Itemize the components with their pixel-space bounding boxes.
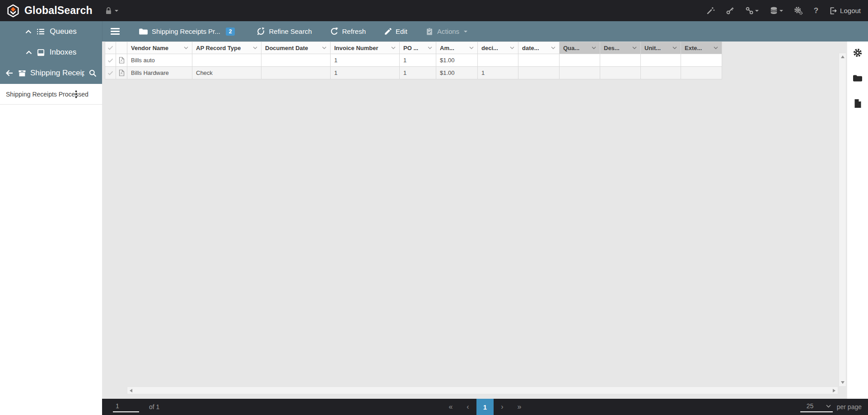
logout-button[interactable]: Logout [829,7,861,15]
folder-panel-button[interactable] [853,74,863,82]
cell-vendor-name: Bills Hardware [127,67,192,79]
column-header-extended[interactable]: Exte... [681,42,722,54]
pencil-icon [384,28,392,36]
search-icon[interactable] [89,69,97,78]
previous-page-button[interactable]: ‹ [459,399,476,415]
pager-controls: « ‹ 1 › » [442,399,528,415]
current-page-button[interactable]: 1 [476,399,494,415]
queues-list-icon [37,28,45,35]
help-button[interactable]: ? [814,6,818,15]
link-caret-icon [755,10,759,12]
chevron-down-icon [714,46,718,49]
quick-wand-button[interactable] [706,6,715,15]
scroll-down-arrow[interactable] [841,381,845,384]
last-page-button[interactable]: » [511,399,528,415]
inboxes-label: Inboxes [50,48,77,57]
column-header-invoice-number[interactable]: Invoice Number [331,42,400,54]
results-grid: Vendor Name AP Record Type Document Date… [105,42,722,79]
table-row[interactable]: Bills Hardware Check 1 1 $1.00 1 [105,67,722,79]
refresh-icon [330,27,339,36]
row-select-cell[interactable] [105,67,116,79]
link-menu-button[interactable] [745,6,759,15]
scroll-left-arrow[interactable] [130,389,132,392]
actions-dropdown-button[interactable]: Actions [425,28,467,36]
chevron-down-icon [253,46,257,49]
column-header-date[interactable]: date... [518,42,560,54]
results-tab[interactable]: Shipping Receipts Pr... 2 [139,28,235,36]
column-header-quantity[interactable]: Qua... [560,42,600,54]
table-row[interactable]: Bills auto 1 1 $1.00 [105,54,722,67]
column-header-ap-record-type[interactable]: AP Record Type [192,42,261,54]
column-header-description[interactable]: Des... [600,42,641,54]
left-sidebar: Queues Inboxes [0,21,102,415]
horizontal-scrollbar[interactable] [127,387,838,394]
hamburger-menu-icon[interactable] [111,28,120,35]
key-tools-button[interactable] [726,6,734,15]
column-header-unit[interactable]: Unit... [641,42,681,54]
lock-menu-button[interactable] [104,6,118,15]
per-page-label: per page [837,403,862,410]
column-header-po[interactable]: PO ... [400,42,436,54]
chevron-down-icon [469,46,474,49]
globalsearch-logo-icon [6,4,20,18]
scroll-right-arrow[interactable] [833,389,835,392]
page-count-label: of 1 [149,403,159,410]
row-document-cell[interactable] [116,54,127,67]
per-page-group: 25 per page [800,401,868,412]
pdf-document-icon [119,57,125,64]
clipboard-check-icon [425,28,434,36]
lock-icon [104,6,113,15]
brand-title: GlobalSearch [24,5,93,17]
column-header-amount[interactable]: Am... [436,42,478,54]
first-page-button[interactable]: « [442,399,459,415]
database-caret-icon [779,10,783,12]
column-header-document-date[interactable]: Document Date [261,42,331,54]
help-icon: ? [814,6,818,15]
inbox-list-item[interactable]: Shipping Receipts Processed [0,84,102,105]
column-header-decimal[interactable]: deci... [478,42,518,54]
cell-vendor-name: Bills auto [127,54,192,67]
chevron-down-icon [592,46,596,49]
chevron-down-icon [184,46,188,49]
refine-search-button[interactable]: Refine Search [257,27,312,36]
page-number-input[interactable]: 1 [113,401,139,412]
chevron-down-icon [632,46,637,49]
key-icon [726,6,734,15]
chevron-down-icon [322,46,327,49]
document-panel-button[interactable] [854,99,862,108]
per-page-select[interactable]: 25 [800,401,833,412]
actions-label: Actions [437,28,459,35]
chevron-down-icon [672,46,677,49]
refine-search-icon [257,27,265,36]
sidebar-item-queues[interactable]: Queues [0,21,102,42]
folder-icon [853,74,863,82]
kebab-menu-icon[interactable] [75,90,77,98]
database-menu-button[interactable] [770,6,783,15]
row-select-cell[interactable] [105,54,116,67]
actions-caret-icon [464,31,467,32]
right-icon-strip [847,42,868,399]
per-page-value: 25 [807,402,814,410]
index-settings-button[interactable] [853,48,863,58]
edit-button[interactable]: Edit [384,28,407,36]
archive-panel-title[interactable]: Shipping Receip... [30,69,84,78]
row-document-cell[interactable] [116,67,127,79]
settings-gears-button[interactable] [794,6,803,15]
results-tab-label: Shipping Receipts Pr... [152,28,220,35]
link-nodes-icon [745,6,754,15]
chevron-up-icon [25,30,32,34]
vertical-scrollbar[interactable] [839,53,846,387]
refresh-label: Refresh [342,28,366,35]
document-icon-header[interactable] [116,42,127,54]
back-arrow-icon[interactable] [5,69,14,77]
column-header-vendor-name[interactable]: Vendor Name [127,42,192,54]
gears-icon [794,6,803,15]
select-all-header[interactable] [105,42,116,54]
chevron-down-icon [428,46,432,49]
brand-logo[interactable]: GlobalSearch [0,4,93,18]
sidebar-archive-header: Shipping Receip... [0,63,102,83]
scroll-up-arrow[interactable] [841,55,845,58]
next-page-button[interactable]: › [494,399,511,415]
sidebar-item-inboxes[interactable]: Inboxes [0,42,102,63]
refresh-button[interactable]: Refresh [330,27,366,36]
